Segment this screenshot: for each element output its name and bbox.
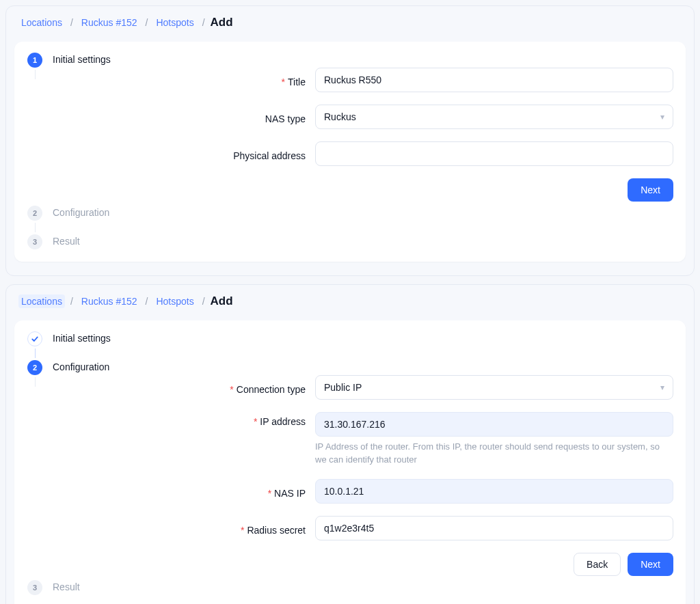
step-title-result: Result xyxy=(53,234,673,247)
select-connection-type[interactable]: Public IP ▾ xyxy=(315,375,673,400)
panel-step1: Locations / Ruckus #152 / Hotspots / Add… xyxy=(5,5,695,276)
input-nas-ip[interactable] xyxy=(315,479,673,504)
label-title: *Title xyxy=(53,72,306,87)
label-radius-secret: *Radius secret xyxy=(53,521,306,536)
breadcrumb-current: Add xyxy=(211,16,233,29)
step-bullet-2: 2 xyxy=(27,360,42,375)
breadcrumb-sep: / xyxy=(202,296,205,307)
breadcrumb-sep: / xyxy=(70,17,73,28)
step-title-configuration: Configuration xyxy=(53,206,673,218)
select-nas-type[interactable]: Ruckus ▾ xyxy=(315,105,673,129)
breadcrumb-hotspots[interactable]: Hotspots xyxy=(153,16,196,29)
back-button[interactable]: Back xyxy=(574,553,621,576)
step-bullet-2: 2 xyxy=(27,206,42,221)
label-ip-address: *IP address xyxy=(53,412,306,427)
select-nas-type-value: Ruckus xyxy=(324,111,356,122)
breadcrumb-ruckus[interactable]: Ruckus #152 xyxy=(79,294,140,308)
step-title-result: Result xyxy=(53,580,673,592)
step-title-initial: Initial settings xyxy=(53,53,673,65)
breadcrumb-ruckus[interactable]: Ruckus #152 xyxy=(79,16,140,29)
label-nas-ip: *NAS IP xyxy=(53,484,306,499)
step-connector xyxy=(35,377,36,387)
breadcrumb-sep: / xyxy=(146,296,148,307)
input-physical-address[interactable] xyxy=(315,141,673,166)
help-ip-address: IP Address of the router. From this IP, … xyxy=(315,441,673,467)
chevron-down-icon: ▾ xyxy=(660,383,664,392)
step-bullet-1: 1 xyxy=(27,53,42,68)
panel-step2: Locations / Ruckus #152 / Hotspots / Add… xyxy=(5,284,695,604)
step-connector xyxy=(35,70,36,79)
label-physical-address: Physical address xyxy=(53,146,306,161)
breadcrumb-sep: / xyxy=(70,296,73,307)
input-title[interactable] xyxy=(315,68,673,92)
step-bullet-1-done xyxy=(27,331,42,346)
step-bullet-3: 3 xyxy=(27,234,42,249)
label-nas-type: NAS type xyxy=(53,109,306,124)
chevron-down-icon: ▾ xyxy=(660,112,664,122)
breadcrumb-sep: / xyxy=(146,17,148,28)
breadcrumb-locations[interactable]: Locations xyxy=(18,294,65,308)
breadcrumb-sep: / xyxy=(202,17,205,28)
breadcrumb-locations[interactable]: Locations xyxy=(18,16,65,29)
step-connector xyxy=(35,348,36,358)
breadcrumb: Locations / Ruckus #152 / Hotspots / Add xyxy=(6,285,694,315)
breadcrumb-hotspots[interactable]: Hotspots xyxy=(153,294,196,308)
breadcrumb-current: Add xyxy=(211,294,233,308)
check-icon xyxy=(31,335,39,343)
wizard-card: 1 Initial settings *Title xyxy=(14,42,686,262)
step-bullet-3: 3 xyxy=(27,580,42,595)
select-connection-type-value: Public IP xyxy=(324,382,362,393)
wizard-card: Initial settings 2 Configuration *Connec… xyxy=(14,320,686,604)
label-connection-type: *Connection type xyxy=(53,380,306,395)
input-ip-address[interactable] xyxy=(315,412,673,437)
step-title-configuration: Configuration xyxy=(53,360,673,372)
next-button[interactable]: Next xyxy=(628,178,673,202)
next-button[interactable]: Next xyxy=(628,553,673,576)
input-radius-secret[interactable] xyxy=(315,516,673,540)
breadcrumb: Locations / Ruckus #152 / Hotspots / Add xyxy=(6,6,694,36)
step-title-initial: Initial settings xyxy=(53,331,673,344)
step-connector xyxy=(35,223,36,232)
